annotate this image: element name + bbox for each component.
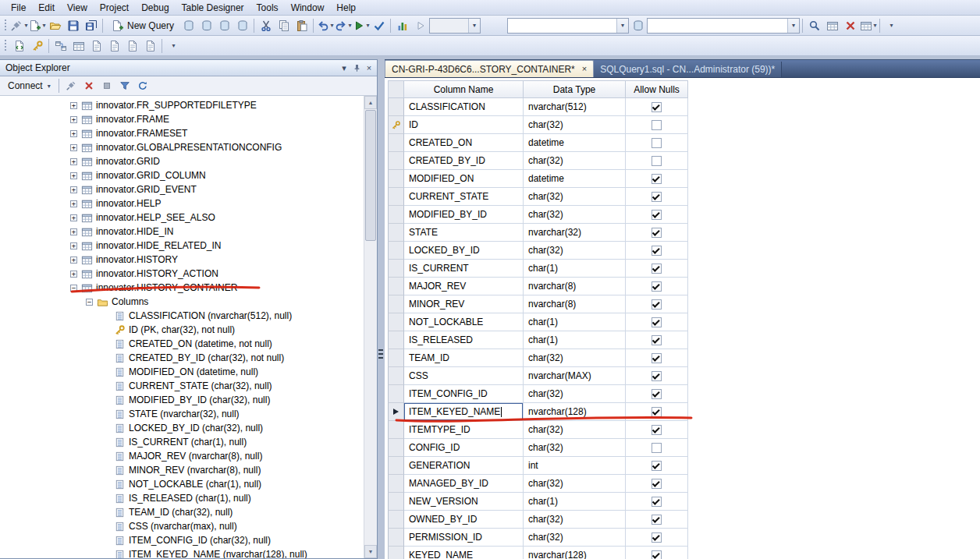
menu-item-debug[interactable]: Debug [135, 1, 175, 15]
filter-button[interactable] [117, 78, 133, 94]
allow-nulls-checkbox[interactable] [652, 102, 662, 112]
column-name-cell[interactable]: CURRENT_STATE [404, 188, 524, 206]
column-name-cell[interactable]: ITEM_CONFIG_ID [404, 385, 524, 403]
row-indicator-cell[interactable] [388, 331, 404, 349]
manage-xml-indexes-button[interactable] [105, 37, 123, 55]
data-type-cell[interactable]: char(1) [524, 331, 626, 349]
tab-close-icon[interactable]: × [582, 65, 587, 73]
data-type-cell[interactable]: datetime [524, 170, 626, 188]
expand-icon[interactable]: + [70, 242, 77, 249]
delete-button[interactable] [841, 17, 859, 34]
expand-icon[interactable]: + [70, 116, 77, 123]
scroll-up-icon[interactable]: ▲ [364, 96, 377, 109]
tree-item-innovator-frameset[interactable]: +innovator.FRAMESET [0, 126, 364, 140]
row-indicator-cell[interactable] [388, 367, 404, 385]
row-indicator-cell[interactable] [388, 116, 404, 134]
allow-nulls-checkbox[interactable] [652, 371, 662, 381]
data-type-cell[interactable]: nvarchar(128) [524, 403, 626, 421]
analysis-dmx-query-button[interactable] [215, 17, 233, 34]
tree-item-innovator-fr-supportedfiletype[interactable]: +innovator.FR_SUPPORTEDFILETYPE [0, 98, 364, 112]
row-indicator-cell[interactable] [388, 493, 404, 511]
allow-nulls-checkbox[interactable] [652, 120, 662, 130]
paste-button[interactable] [293, 17, 311, 34]
chevron-down-icon[interactable]: ▾ [367, 22, 370, 29]
column-name-cell[interactable]: ID [404, 116, 524, 134]
refresh-button[interactable] [135, 78, 151, 94]
column-name-cell[interactable]: ITEM_KEYED_NAME [404, 403, 524, 421]
row-indicator-cell[interactable] [388, 260, 404, 278]
manage-check-constraints-button[interactable] [123, 37, 141, 55]
analysis-mdx-query-button[interactable] [197, 17, 215, 34]
row-indicator-cell[interactable] [388, 313, 404, 331]
tree-item-minor-rev-nvarchar-8-null[interactable]: MINOR_REV (nvarchar(8), null) [0, 463, 364, 477]
manage-fulltext-index-button[interactable] [87, 37, 105, 55]
column-name-cell[interactable]: CREATED_ON [404, 134, 524, 152]
data-type-cell[interactable]: char(32) [524, 439, 626, 457]
tree-item-innovator-history-action[interactable]: +innovator.HISTORY_ACTION [0, 267, 364, 281]
generate-change-script-button[interactable] [10, 37, 28, 55]
connect-server-button[interactable] [63, 78, 79, 94]
tree-item-innovator-help[interactable]: +innovator.HELP [0, 196, 364, 211]
allow-nulls-checkbox[interactable] [652, 264, 662, 274]
allow-nulls-checkbox[interactable] [652, 389, 662, 399]
tree-item-modified-by-id-char-32-null[interactable]: MODIFIED_BY_ID (char(32), null) [0, 393, 364, 407]
stop-button[interactable] [99, 78, 115, 94]
scrollbar-thumb[interactable] [365, 110, 376, 241]
panel-splitter[interactable] [378, 59, 385, 559]
column-name-cell[interactable]: NEW_VERSION [404, 493, 524, 511]
toolbar-grip[interactable] [4, 39, 7, 52]
redo-button[interactable]: ▾ [334, 17, 352, 34]
column-name-cell[interactable]: LOCKED_BY_ID [404, 242, 524, 260]
row-indicator-cell[interactable] [388, 242, 404, 260]
row-indicator-cell[interactable] [388, 170, 404, 188]
column-name-cell[interactable]: ITEMTYPE_ID [404, 421, 524, 439]
allow-nulls-checkbox[interactable] [652, 515, 662, 525]
chevron-down-icon[interactable]: ▾ [24, 22, 27, 29]
allow-nulls-checkbox[interactable] [652, 532, 662, 543]
data-type-cell[interactable]: char(32) [524, 385, 626, 403]
allow-nulls-checkbox[interactable] [652, 317, 662, 327]
column-name-cell[interactable]: MAJOR_REV [404, 278, 524, 295]
data-type-cell[interactable]: char(32) [524, 475, 626, 493]
data-type-cell[interactable]: char(32) [524, 529, 626, 547]
edit-grid-button[interactable] [823, 17, 841, 34]
allow-nulls-checkbox[interactable] [652, 228, 662, 238]
expand-icon[interactable]: + [70, 130, 77, 137]
combobox-dropdown-icon[interactable]: ▾ [787, 19, 799, 33]
row-indicator-cell[interactable] [388, 457, 404, 475]
data-type-cell[interactable]: nvarchar(128) [524, 547, 626, 559]
data-type-cell[interactable]: char(32) [524, 511, 626, 529]
document-tab-cn-gri-p-43d6c6-story-container[interactable]: CN-GRI-P-43D6C6...STORY_CONTAINER*× [385, 60, 594, 77]
tree-item-state-nvarchar-32-null[interactable]: STATE (nvarchar(32), null) [0, 407, 364, 421]
play-outline-button[interactable] [411, 17, 429, 34]
tree-item-current-state-char-32-null[interactable]: CURRENT_STATE (char(32), null) [0, 379, 364, 393]
column-name-cell[interactable]: IS_CURRENT [404, 260, 524, 278]
chevron-down-icon[interactable]: ▾ [331, 22, 334, 29]
tree-item-is-current-char-1-null[interactable]: IS_CURRENT (char(1), null) [0, 435, 364, 449]
column-name-cell[interactable]: KEYED_NAME [404, 547, 524, 559]
save-all-button[interactable] [82, 17, 100, 34]
allow-nulls-checkbox[interactable] [652, 299, 662, 310]
undo-button[interactable]: ▾ [316, 17, 334, 34]
data-type-cell[interactable]: nvarchar(32) [524, 224, 626, 242]
row-indicator-cell[interactable] [388, 224, 404, 242]
column-name-cell[interactable]: MANAGED_BY_ID [404, 475, 524, 493]
row-indicator-cell[interactable] [388, 349, 404, 367]
row-indicator-cell[interactable] [388, 529, 404, 547]
grid-column-header-data-type[interactable]: Data Type [524, 80, 626, 98]
tree-item-innovator-globalpresentationconfig[interactable]: +innovator.GLOBALPRESENTATIONCONFIG [0, 140, 364, 154]
tree-item-not-lockable-char-1-null[interactable]: NOT_LOCKABLE (char(1), null) [0, 477, 364, 491]
row-indicator-cell[interactable] [388, 439, 404, 457]
menu-item-edit[interactable]: Edit [32, 1, 61, 15]
scroll-down-icon[interactable]: ▼ [364, 545, 377, 558]
column-name-cell[interactable]: MODIFIED_BY_ID [404, 206, 524, 224]
tree-item-innovator-history-container[interactable]: −innovator.HISTORY_CONTAINER [0, 281, 364, 295]
registered-servers-button[interactable] [629, 17, 647, 34]
row-indicator-cell[interactable] [388, 295, 404, 313]
data-type-cell[interactable]: char(32) [524, 421, 626, 439]
chevron-down-icon[interactable]: ▾ [42, 22, 45, 29]
row-indicator-cell[interactable] [388, 206, 404, 224]
expand-icon[interactable]: + [70, 172, 77, 179]
column-name-cell[interactable]: NOT_LOCKABLE [404, 313, 524, 331]
data-type-cell[interactable]: char(1) [524, 260, 626, 278]
